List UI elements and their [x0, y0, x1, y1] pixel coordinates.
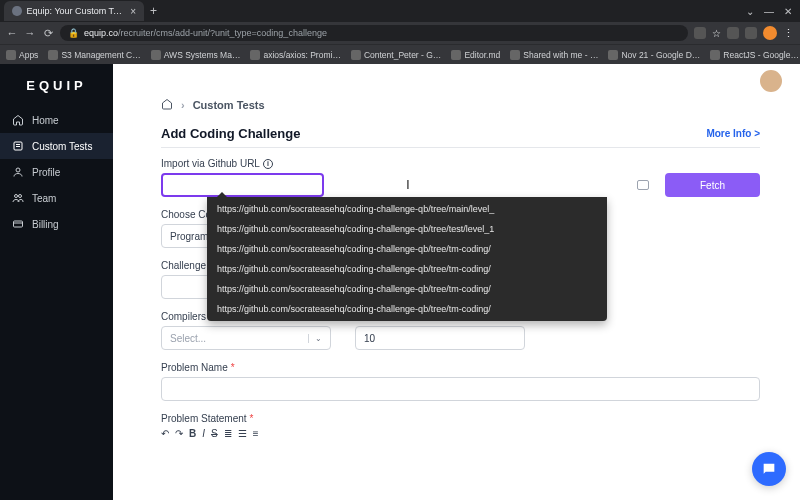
url-text: equip.co/recruiter/cms/add-unit/?unit_ty…	[84, 28, 327, 38]
github-url-input[interactable]	[161, 173, 324, 197]
problem-name-label: Problem Name*	[161, 362, 760, 373]
profile-icon	[12, 166, 24, 178]
tests-icon	[12, 140, 24, 152]
bookmark-favicon-icon	[608, 50, 618, 60]
main-content: › Custom Tests Add Coding Challenge More…	[113, 64, 800, 500]
compilers-select[interactable]: Select... ⌄	[161, 326, 331, 350]
nav-forward-icon[interactable]: →	[24, 27, 36, 39]
tab-close-icon[interactable]: ×	[130, 6, 136, 17]
bookmark-item[interactable]: Apps	[6, 50, 38, 60]
nav-back-icon[interactable]: ←	[6, 27, 18, 39]
tab-favicon-icon	[12, 6, 22, 16]
billing-icon	[12, 218, 24, 230]
bookmarks-bar: Apps S3 Management C… AWS Systems Ma… ax…	[0, 44, 800, 64]
bookmark-item[interactable]: Editor.md	[451, 50, 500, 60]
lock-icon: 🔒	[68, 28, 79, 38]
window-expand-icon[interactable]: ⌄	[746, 6, 754, 17]
extensions-icon[interactable]	[727, 27, 739, 39]
bookmark-item[interactable]: axios/axios: Promi…	[250, 50, 340, 60]
breadcrumb-home-icon[interactable]	[161, 98, 173, 112]
suggestion-item[interactable]: https://github.com/socrateasehq/coding-c…	[207, 219, 607, 239]
rte-ul-icon[interactable]: ≣	[224, 428, 232, 439]
rte-italic-icon[interactable]: I	[202, 428, 205, 439]
tab-title: Equip: Your Custom Tests	[27, 6, 126, 16]
max-testcase-input[interactable]	[355, 326, 525, 350]
menu-dots-icon[interactable]: ⋮	[783, 27, 794, 40]
url-input[interactable]: 🔒 equip.co/recruiter/cms/add-unit/?unit_…	[60, 25, 688, 41]
new-tab-button[interactable]: +	[150, 4, 157, 18]
sidebar-item-home[interactable]: Home	[0, 107, 113, 133]
rte-bold-icon[interactable]: B	[189, 428, 196, 439]
bookmark-item[interactable]: Shared with me - …	[510, 50, 598, 60]
apps-icon	[6, 50, 16, 60]
compilers-placeholder: Select...	[170, 333, 206, 344]
share-icon[interactable]	[694, 27, 706, 39]
suggestion-item[interactable]: https://github.com/socrateasehq/coding-c…	[207, 259, 607, 279]
window-close-icon[interactable]: ✕	[784, 6, 792, 17]
problem-statement-label: Problem Statement*	[161, 413, 760, 424]
more-info-link[interactable]: More Info >	[706, 128, 760, 139]
sidebar-item-custom-tests[interactable]: Custom Tests	[0, 133, 113, 159]
bookmark-favicon-icon	[48, 50, 58, 60]
breadcrumb: › Custom Tests	[161, 98, 760, 112]
browser-tab[interactable]: Equip: Your Custom Tests ×	[4, 1, 144, 21]
nav-reload-icon[interactable]: ⟳	[42, 27, 54, 40]
fetch-button[interactable]: Fetch	[665, 173, 760, 197]
window-minimize-icon[interactable]: —	[764, 6, 774, 17]
bookmark-item[interactable]: Nov 21 - Google D…	[608, 50, 700, 60]
bookmark-star-icon[interactable]: ☆	[712, 28, 721, 39]
problem-name-input[interactable]	[161, 377, 760, 401]
rte-strike-icon[interactable]: S	[211, 428, 218, 439]
svg-point-3	[19, 195, 22, 198]
chevron-right-icon: ›	[181, 99, 185, 111]
user-avatar[interactable]	[760, 70, 782, 92]
sidebar-item-team[interactable]: Team	[0, 185, 113, 211]
page-title: Add Coding Challenge	[161, 126, 300, 141]
extension-icon[interactable]	[745, 27, 757, 39]
sidebar-item-label: Team	[32, 193, 56, 204]
sidebar-item-label: Home	[32, 115, 59, 126]
rte-ol-icon[interactable]: ☰	[238, 428, 247, 439]
sidebar: EQUIP Home Custom Tests Profile Team Bil…	[0, 64, 113, 500]
import-label: Import via Github URL i	[161, 158, 760, 169]
bookmark-item[interactable]: ReactJS - Google…	[710, 50, 799, 60]
rte-toolbar: ↶ ↷ B I S ≣ ☰ ≡	[161, 428, 760, 439]
svg-point-1	[16, 168, 20, 172]
bookmark-item[interactable]: S3 Management C…	[48, 50, 140, 60]
bookmark-favicon-icon	[351, 50, 361, 60]
bookmark-favicon-icon	[710, 50, 720, 60]
bookmark-item[interactable]: Content_Peter - G…	[351, 50, 441, 60]
suggestion-item[interactable]: https://github.com/socrateasehq/coding-c…	[207, 239, 607, 259]
sidebar-item-label: Custom Tests	[32, 141, 92, 152]
autocomplete-dropdown: https://github.com/socrateasehq/coding-c…	[207, 197, 607, 321]
sidebar-item-label: Billing	[32, 219, 59, 230]
rte-redo-icon[interactable]: ↷	[175, 428, 183, 439]
input-action-icon[interactable]	[637, 180, 649, 190]
suggestion-item[interactable]: https://github.com/socrateasehq/coding-c…	[207, 299, 607, 319]
chat-icon	[761, 461, 777, 477]
sidebar-item-billing[interactable]: Billing	[0, 211, 113, 237]
info-icon[interactable]: i	[263, 159, 273, 169]
text-cursor-icon: I	[406, 178, 409, 192]
bookmark-favicon-icon	[510, 50, 520, 60]
bookmark-favicon-icon	[151, 50, 161, 60]
browser-chrome: Equip: Your Custom Tests × + ⌄ — ✕ ← → ⟳…	[0, 0, 800, 64]
profile-avatar-icon[interactable]	[763, 26, 777, 40]
sidebar-item-profile[interactable]: Profile	[0, 159, 113, 185]
bookmark-favicon-icon	[250, 50, 260, 60]
chat-fab-button[interactable]	[752, 452, 786, 486]
app-logo: EQUIP	[0, 70, 113, 107]
tab-bar: Equip: Your Custom Tests × + ⌄ — ✕	[0, 0, 800, 22]
suggestion-item[interactable]: https://github.com/socrateasehq/coding-c…	[207, 199, 607, 219]
home-icon	[12, 114, 24, 126]
bookmark-item[interactable]: AWS Systems Ma…	[151, 50, 241, 60]
svg-rect-4	[14, 221, 23, 227]
rte-align-icon[interactable]: ≡	[253, 428, 259, 439]
rte-undo-icon[interactable]: ↶	[161, 428, 169, 439]
sidebar-item-label: Profile	[32, 167, 60, 178]
chevron-down-icon: ⌄	[308, 334, 322, 343]
suggestion-item[interactable]: https://github.com/socrateasehq/coding-c…	[207, 279, 607, 299]
breadcrumb-current[interactable]: Custom Tests	[193, 99, 265, 111]
team-icon	[12, 192, 24, 204]
svg-point-2	[15, 195, 18, 198]
